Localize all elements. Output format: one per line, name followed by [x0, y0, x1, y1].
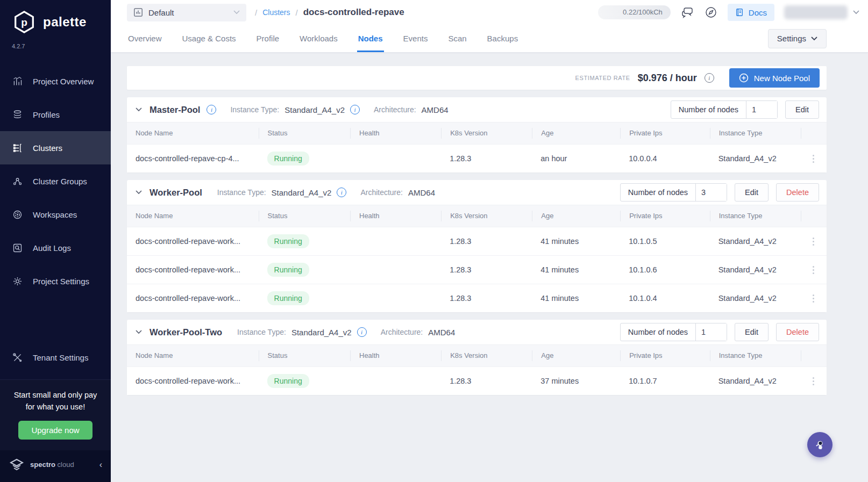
instance-type-info-icon[interactable]: i [350, 105, 360, 114]
rate-info-icon[interactable]: i [705, 73, 714, 83]
upgrade-now-button[interactable]: Upgrade now [18, 421, 92, 440]
explore-button[interactable] [704, 5, 718, 19]
col-private-ips: Private Ips [620, 211, 710, 221]
row-menu-kebab-icon[interactable] [809, 235, 818, 248]
user-account-menu[interactable] [784, 5, 859, 19]
sidebar-item-tenant-settings[interactable]: Tenant Settings [0, 341, 111, 374]
edit-pool-button[interactable]: Edit [735, 183, 769, 202]
instance-type-info-icon[interactable]: i [337, 188, 346, 197]
row-menu-kebab-icon[interactable] [809, 375, 818, 387]
breadcrumb-clusters-link[interactable]: Clusters [262, 8, 290, 17]
cell-k8s-version: 1.28.3 [441, 237, 532, 246]
chat-feedback-button[interactable] [680, 5, 694, 19]
project-chart-icon [133, 8, 143, 17]
number-of-nodes-field: Number of nodes [671, 100, 778, 119]
cell-instance-type: Standard_A4_v2 [710, 154, 801, 163]
pool-name: Master-Pool [150, 105, 200, 115]
pool-info-icon[interactable]: i [207, 105, 216, 114]
project-selector[interactable]: Default [127, 4, 246, 21]
col-k8s-version: K8s Version [441, 211, 532, 221]
table-header: Node Name Status Health K8s Version Age … [127, 122, 827, 144]
new-node-pool-button[interactable]: New Node Pool [729, 68, 820, 88]
tab-profile[interactable]: Profile [255, 25, 281, 52]
astronaut-icon [814, 439, 826, 451]
sidebar-nav: Project Overview Profiles Clusters Clust… [0, 64, 111, 374]
sidebar-item-audit-logs[interactable]: Audit Logs [0, 231, 111, 264]
tab-overview[interactable]: Overview [127, 25, 163, 52]
sidebar-item-workspaces[interactable]: Workspaces [0, 198, 111, 231]
architecture-value: AMD64 [408, 188, 435, 197]
brand-name-bold: spectro [30, 461, 55, 469]
estimated-rate-label: ESTIMATED RATE [575, 75, 630, 81]
pool-collapse-chevron[interactable] [136, 330, 142, 334]
sidebar-item-profiles[interactable]: Profiles [0, 98, 111, 131]
cell-age: 37 minutes [532, 377, 620, 385]
number-of-nodes-input[interactable] [695, 184, 727, 201]
cell-private-ip: 10.1.0.6 [620, 265, 710, 274]
app-name: palette [43, 15, 87, 30]
tab-usage-costs[interactable]: Usage & Costs [181, 25, 237, 52]
row-menu-kebab-icon[interactable] [809, 264, 818, 276]
docs-button[interactable]: Docs [728, 4, 774, 21]
cell-k8s-version: 1.28.3 [441, 154, 532, 163]
assistant-fab-button[interactable] [807, 432, 833, 457]
instance-type-label: Instance Type: [217, 188, 266, 197]
number-of-nodes-input[interactable] [746, 101, 777, 118]
breadcrumb-separator: / [255, 8, 257, 17]
upsell-text-line1: Start small and only pay [8, 390, 103, 401]
breadcrumb-current-cluster: docs-controlled-repave [303, 7, 404, 18]
delete-pool-button[interactable]: Delete [776, 183, 819, 202]
delete-pool-button[interactable]: Delete [776, 323, 819, 341]
instance-type-label: Instance Type: [230, 105, 279, 114]
col-k8s-version: K8s Version [441, 350, 532, 361]
cluster-settings-button[interactable]: Settings [768, 29, 827, 48]
pool-header: Worker-Pool-Two Instance Type: Standard_… [127, 320, 827, 344]
number-of-nodes-field: Number of nodes [620, 323, 727, 341]
status-badge: Running [267, 152, 309, 166]
sidebar-item-cluster-groups[interactable]: Cluster Groups [0, 164, 111, 198]
col-status: Status [259, 128, 350, 139]
tab-nodes[interactable]: Nodes [357, 25, 384, 52]
cluster-tabbar: Overview Usage & Costs Profile Workloads… [111, 25, 868, 53]
number-of-nodes-input[interactable] [695, 323, 727, 341]
architecture-label: Architecture: [360, 188, 403, 197]
palette-logo-icon: p [12, 10, 37, 34]
sidebar-item-label: Cluster Groups [33, 177, 87, 186]
instance-type-info-icon[interactable]: i [357, 327, 367, 337]
tab-scan[interactable]: Scan [447, 25, 467, 52]
architecture-label: Architecture: [381, 328, 423, 336]
sidebar-item-project-settings[interactable]: Project Settings [0, 264, 111, 298]
sidebar-item-label: Workspaces [33, 210, 77, 219]
col-health: Health [350, 211, 441, 221]
row-menu-kebab-icon[interactable] [809, 292, 818, 305]
cell-k8s-version: 1.28.3 [441, 294, 532, 303]
sidebar-collapse-chevron[interactable]: ‹ [99, 460, 102, 470]
cell-node-name: docs-controlled-repave-work... [127, 377, 259, 385]
col-age: Age [532, 128, 620, 139]
pool-header: Worker-Pool Instance Type: Standard_A4_v… [127, 180, 827, 205]
main-area: Default / Clusters / docs-controlled-rep… [111, 0, 868, 395]
tab-workloads[interactable]: Workloads [298, 25, 339, 52]
pool-collapse-chevron[interactable] [136, 190, 142, 195]
number-of-nodes-label: Number of nodes [671, 105, 746, 114]
pool-controls: Number of nodes Edit Delete [620, 323, 819, 341]
col-actions [801, 128, 827, 139]
cell-k8s-version: 1.28.3 [441, 265, 532, 274]
edit-pool-button[interactable]: Edit [735, 323, 769, 341]
chevron-down-icon [233, 10, 240, 15]
row-menu-kebab-icon[interactable] [809, 153, 818, 165]
sidebar-item-project-overview[interactable]: Project Overview [0, 64, 111, 98]
cell-k8s-version: 1.28.3 [441, 377, 532, 385]
pool-collapse-chevron[interactable] [136, 107, 142, 112]
cell-private-ip: 10.1.0.7 [620, 377, 710, 385]
tab-events[interactable]: Events [402, 25, 429, 52]
sidebar-item-label: Audit Logs [33, 243, 71, 253]
sidebar-item-label: Profiles [33, 110, 60, 119]
cell-age: 41 minutes [532, 294, 620, 303]
tab-backups[interactable]: Backups [486, 25, 520, 52]
edit-pool-button[interactable]: Edit [785, 100, 819, 119]
table-row: docs-controlled-repave-work... Running 1… [127, 227, 827, 255]
brand-block: p palette 4.2.7 [0, 0, 111, 53]
sidebar-item-clusters[interactable]: Clusters [0, 131, 111, 164]
svg-text:p: p [21, 17, 27, 28]
